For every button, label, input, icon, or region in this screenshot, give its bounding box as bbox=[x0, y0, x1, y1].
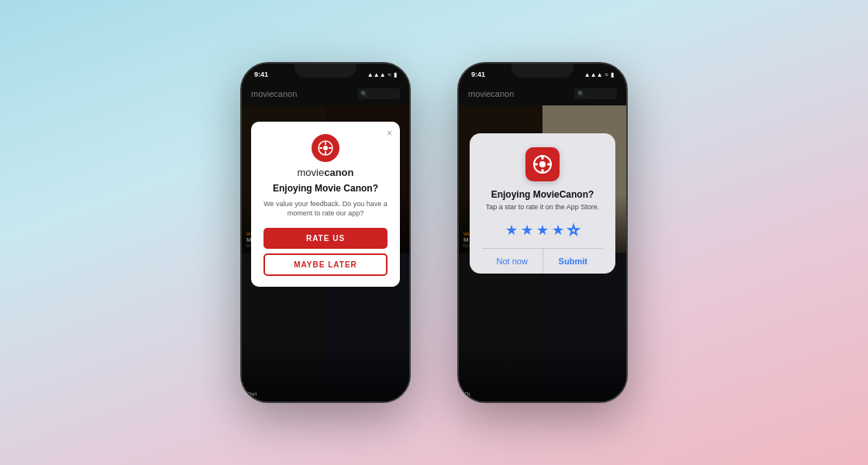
battery-icon-right: ▮ bbox=[611, 71, 614, 78]
svg-rect-5 bbox=[329, 147, 332, 149]
notch-left bbox=[294, 64, 356, 78]
rate-us-button[interactable]: RATE US bbox=[264, 228, 388, 249]
star-3[interactable]: ★ bbox=[536, 222, 549, 239]
svg-rect-11 bbox=[547, 164, 551, 166]
stars-row: ★ ★ ★ ★ ☆ bbox=[505, 222, 580, 239]
custom-modal: × moviecanon Enjoying Movie Canon? We va… bbox=[251, 122, 400, 287]
screen-right: 9:41 ▲▲▲ ≈ ▮ moviecanon 🔍 WH bbox=[459, 64, 626, 401]
modal-logo bbox=[312, 134, 339, 162]
svg-rect-2 bbox=[325, 142, 326, 145]
time-right: 9:41 bbox=[471, 71, 485, 78]
close-button[interactable]: × bbox=[387, 128, 392, 139]
svg-point-7 bbox=[539, 161, 546, 167]
modal-brand-name: moviecanon bbox=[298, 167, 354, 178]
ios-modal-actions: Not now Submit bbox=[482, 248, 603, 274]
not-now-button[interactable]: Not now bbox=[482, 249, 543, 274]
svg-rect-3 bbox=[325, 151, 326, 154]
notch-right bbox=[512, 64, 574, 78]
submit-button[interactable]: Submit bbox=[543, 249, 604, 274]
ios-app-icon bbox=[525, 147, 560, 181]
svg-rect-10 bbox=[534, 164, 538, 166]
svg-rect-4 bbox=[319, 147, 322, 149]
star-4[interactable]: ★ bbox=[552, 222, 564, 239]
maybe-later-button[interactable]: MAYBE LATER bbox=[264, 253, 388, 276]
svg-rect-8 bbox=[542, 156, 544, 160]
phone-right: 9:41 ▲▲▲ ≈ ▮ moviecanon 🔍 WH bbox=[457, 62, 628, 403]
status-icons-right: ▲▲▲ ≈ ▮ bbox=[584, 71, 614, 78]
phone-left: 9:41 ▲▲▲ ≈ ▮ moviecanon 🔍 WHAT' bbox=[240, 62, 411, 403]
signal-icon-right: ▲▲▲ bbox=[584, 71, 603, 78]
wifi-icon-left: ≈ bbox=[388, 71, 391, 78]
svg-rect-9 bbox=[542, 169, 544, 173]
star-5[interactable]: ☆ bbox=[567, 222, 580, 239]
status-icons-left: ▲▲▲ ≈ ▮ bbox=[367, 71, 397, 78]
time-left: 9:41 bbox=[254, 71, 268, 78]
star-1[interactable]: ★ bbox=[505, 222, 518, 239]
ios-modal-body: Tap a star to rate it on the App Store. bbox=[486, 202, 600, 212]
wifi-icon-right: ≈ bbox=[605, 71, 608, 78]
film-reel-icon bbox=[318, 140, 333, 156]
modal-title: Enjoying Movie Canon? bbox=[273, 183, 378, 195]
ios-modal-title: Enjoying MovieCanon? bbox=[491, 189, 594, 200]
ios-film-icon bbox=[532, 154, 553, 174]
svg-point-1 bbox=[323, 146, 328, 150]
signal-icon-left: ▲▲▲ bbox=[367, 71, 386, 78]
ios-modal: Enjoying MovieCanon? Tap a star to rate … bbox=[470, 133, 615, 274]
star-2[interactable]: ★ bbox=[521, 222, 533, 239]
modal-body: We value your feedback. Do you have a mo… bbox=[264, 199, 388, 219]
screen-left: 9:41 ▲▲▲ ≈ ▮ moviecanon 🔍 WHAT' bbox=[242, 64, 409, 401]
battery-icon-left: ▮ bbox=[394, 71, 397, 78]
